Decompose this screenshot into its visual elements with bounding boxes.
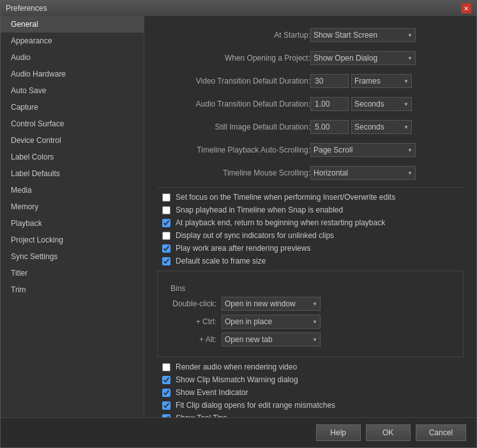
- checkbox-sync-indicators: Display out of sync indicators for unlin…: [157, 231, 464, 240]
- ok-button[interactable]: OK: [366, 424, 411, 441]
- at-startup-controls: Show Start Screen Show Open Dialog Open …: [310, 28, 416, 42]
- checkbox-event-indicator-input[interactable]: [162, 389, 170, 397]
- audio-transition-row: Audio Transition Default Duration: Frame…: [157, 95, 464, 113]
- sidebar-item-capture[interactable]: Capture: [1, 99, 144, 116]
- timeline-mouse-controls: Horizontal Vertical: [310, 166, 416, 180]
- sidebar-item-sync-settings[interactable]: Sync Settings: [1, 248, 144, 265]
- checkbox-default-scale-input[interactable]: [162, 257, 170, 265]
- checkbox-fit-clip-label: Fit Clip dialog opens for edit range mis…: [176, 401, 335, 410]
- audio-transition-controls: Frames Seconds: [310, 97, 412, 111]
- checkbox-clip-mismatch: Show Clip Mismatch Warning dialog: [157, 375, 464, 384]
- bins-ctrl-label: + Ctrl:: [165, 317, 216, 326]
- sidebar-item-project-locking[interactable]: Project Locking: [1, 232, 144, 248]
- audio-transition-label: Audio Transition Default Duration:: [157, 100, 310, 108]
- video-transition-input[interactable]: [310, 74, 349, 88]
- sidebar-item-playback[interactable]: Playback: [1, 215, 144, 232]
- when-opening-label: When Opening a Project:: [157, 54, 310, 63]
- checkbox-default-scale-label: Default scale to frame size: [176, 257, 266, 265]
- audio-transition-unit-wrapper: Frames Seconds: [351, 97, 412, 111]
- checkbox-play-work-area-label: Play work area after rendering previews: [176, 244, 310, 253]
- bins-doubleclick-label: Double-click:: [165, 299, 216, 308]
- timeline-mouse-row: Timeline Mouse Scrolling: Horizontal Ver…: [157, 164, 464, 182]
- bins-alt-row: + Alt: Open new tab Open in new window O…: [165, 332, 455, 347]
- still-image-unit-select[interactable]: Frames Seconds: [351, 120, 412, 134]
- checkbox-sync-indicators-label: Display out of sync indicators for unlin…: [176, 231, 334, 240]
- bins-doubleclick-select-wrapper: Open in new window Open in place Open ne…: [222, 297, 321, 311]
- still-image-row: Still Image Default Duration: Frames Sec…: [157, 118, 464, 136]
- audio-transition-input[interactable]: [310, 97, 349, 111]
- still-image-controls: Frames Seconds: [310, 120, 412, 134]
- bins-alt-select[interactable]: Open new tab Open in new window Open in …: [222, 332, 321, 347]
- divider-1: [157, 187, 464, 188]
- checkbox-playback-end: At playback end, return to beginning whe…: [157, 218, 464, 227]
- bins-alt-label: + Alt:: [165, 335, 216, 344]
- video-transition-label: Video Transition Default Duration:: [157, 77, 310, 86]
- bins-ctrl-row: + Ctrl: Open in place Open in new window…: [165, 315, 455, 329]
- checkbox-render-audio-input[interactable]: [162, 363, 170, 371]
- checkbox-snap-playhead-input[interactable]: [162, 206, 170, 214]
- checkbox-play-work-area: Play work area after rendering previews: [157, 244, 464, 253]
- timeline-playback-row: Timeline Playback Auto-Scrolling: Page S…: [157, 141, 464, 159]
- sidebar-item-audio-hardware[interactable]: Audio Hardware: [1, 66, 144, 82]
- sidebar: GeneralAppearanceAudioAudio HardwareAuto…: [1, 16, 144, 417]
- checkbox-insert-overwrite-label: Set focus on the Timeline when performin…: [176, 193, 395, 202]
- at-startup-label: At Startup:: [157, 31, 310, 40]
- cancel-button[interactable]: Cancel: [416, 424, 466, 441]
- video-transition-controls: Frames Seconds: [310, 74, 412, 88]
- video-transition-unit-wrapper: Frames Seconds: [351, 74, 412, 88]
- still-image-input[interactable]: [310, 120, 349, 134]
- bins-doubleclick-select[interactable]: Open in new window Open in place Open ne…: [222, 297, 321, 311]
- sidebar-item-label-defaults[interactable]: Label Defaults: [1, 165, 144, 182]
- sidebar-item-control-surface[interactable]: Control Surface: [1, 116, 144, 132]
- sidebar-item-media[interactable]: Media: [1, 182, 144, 198]
- checkbox-default-scale: Default scale to frame size: [157, 257, 464, 265]
- bins-section: Bins Double-click: Open in new window Op…: [157, 271, 464, 357]
- checkbox-render-audio: Render audio when rendering video: [157, 362, 464, 371]
- sidebar-item-general[interactable]: General: [1, 16, 144, 33]
- sidebar-item-appearance[interactable]: Appearance: [1, 33, 144, 49]
- title-bar: Preferences ✕: [1, 1, 476, 16]
- sidebar-item-device-control[interactable]: Device Control: [1, 132, 144, 149]
- checkbox-render-audio-label: Render audio when rendering video: [176, 362, 297, 371]
- checkbox-sync-indicators-input[interactable]: [162, 232, 170, 240]
- sidebar-item-label-colors[interactable]: Label Colors: [1, 149, 144, 165]
- checkbox-event-indicator-label: Show Event Indicator: [176, 388, 248, 397]
- timeline-playback-select[interactable]: Page Scroll Smooth Scroll No Scroll: [310, 143, 416, 157]
- close-button[interactable]: ✕: [461, 3, 471, 13]
- still-image-label: Still Image Default Duration:: [157, 123, 310, 131]
- at-startup-select-wrapper: Show Start Screen Show Open Dialog Open …: [310, 28, 416, 42]
- timeline-playback-label: Timeline Playback Auto-Scrolling:: [157, 146, 310, 154]
- when-opening-select-wrapper: Show Open Dialog Open Most Recent Do Not…: [310, 51, 416, 65]
- timeline-mouse-select-wrapper: Horizontal Vertical: [310, 166, 416, 180]
- video-transition-unit-select[interactable]: Frames Seconds: [351, 74, 412, 88]
- when-opening-select[interactable]: Show Open Dialog Open Most Recent Do Not…: [310, 51, 416, 65]
- timeline-playback-select-wrapper: Page Scroll Smooth Scroll No Scroll: [310, 143, 416, 157]
- bins-ctrl-select-wrapper: Open in place Open in new window Open ne…: [222, 315, 321, 329]
- window-title: Preferences: [6, 4, 47, 13]
- checkbox-playback-end-input[interactable]: [162, 219, 170, 227]
- sidebar-item-audio[interactable]: Audio: [1, 49, 144, 66]
- sidebar-item-trim[interactable]: Trim: [1, 281, 144, 298]
- sidebar-item-titler[interactable]: Titler: [1, 265, 144, 281]
- sidebar-item-auto-save[interactable]: Auto Save: [1, 82, 144, 99]
- bins-section-label: Bins: [170, 284, 455, 293]
- checkbox-clip-mismatch-input[interactable]: [162, 376, 170, 384]
- audio-transition-unit-select[interactable]: Frames Seconds: [351, 97, 412, 111]
- checkbox-play-work-area-input[interactable]: [162, 244, 170, 253]
- main-area: GeneralAppearanceAudioAudio HardwareAuto…: [1, 16, 476, 417]
- when-opening-row: When Opening a Project: Show Open Dialog…: [157, 49, 464, 67]
- bins-alt-select-wrapper: Open new tab Open in new window Open in …: [222, 332, 321, 347]
- timeline-playback-controls: Page Scroll Smooth Scroll No Scroll: [310, 143, 416, 157]
- at-startup-select[interactable]: Show Start Screen Show Open Dialog Open …: [310, 28, 416, 42]
- checkbox-fit-clip: Fit Clip dialog opens for edit range mis…: [157, 401, 464, 410]
- bins-ctrl-select[interactable]: Open in place Open in new window Open ne…: [222, 315, 321, 329]
- checkbox-playback-end-label: At playback end, return to beginning whe…: [176, 218, 385, 227]
- bins-doubleclick-row: Double-click: Open in new window Open in…: [165, 297, 455, 311]
- help-button[interactable]: Help: [316, 424, 361, 441]
- checkbox-insert-overwrite-input[interactable]: [162, 193, 170, 202]
- checkbox-fit-clip-input[interactable]: [162, 401, 170, 410]
- preferences-window: Preferences ✕ GeneralAppearanceAudioAudi…: [0, 0, 477, 448]
- video-transition-row: Video Transition Default Duration: Frame…: [157, 72, 464, 90]
- timeline-mouse-select[interactable]: Horizontal Vertical: [310, 166, 416, 180]
- sidebar-item-memory[interactable]: Memory: [1, 198, 144, 215]
